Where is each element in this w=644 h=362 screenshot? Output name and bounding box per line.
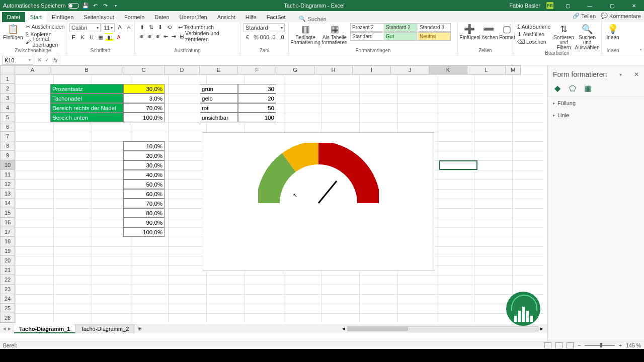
page-layout-view-icon[interactable] [555,342,562,348]
row-header[interactable]: 16 [0,218,15,227]
style-standard3[interactable]: Standard 3 [418,23,451,32]
cell-value[interactable]: 20 [238,94,276,103]
scrollbar-track[interactable] [347,326,538,331]
tab-ueberpruefen[interactable]: Überprüfen [175,12,212,22]
cell-label[interactable]: Bereich rechts der Nadel [50,103,123,113]
cell-value[interactable]: 10,0% [123,141,165,151]
tab-hilfe[interactable]: Hilfe [240,12,262,22]
row-header[interactable]: 19 [0,246,15,256]
row-header[interactable]: 4 [0,103,15,113]
row-header[interactable]: 8 [0,141,15,151]
col-header[interactable]: G [276,65,314,74]
cell-value[interactable]: 30,0% [123,160,165,170]
cut-button[interactable]: ✂Ausschneiden [25,23,65,30]
tab-scroll-last-icon[interactable]: ▸ [8,325,11,332]
tab-seitenlayout[interactable]: Seitenlayout [78,12,119,22]
col-header[interactable]: B [50,65,123,74]
cell-value[interactable]: 70,0% [123,199,165,208]
scroll-left-icon[interactable]: ◂ [342,325,345,332]
align-right-icon[interactable]: ≡ [154,32,161,40]
delete-cells-button[interactable]: ➖Löschen [480,23,497,40]
pane-dropdown-icon[interactable]: ▾ [619,72,622,77]
decrease-font-icon[interactable]: A [125,23,133,31]
search-box[interactable]: 🔍 Suchen [299,16,327,22]
col-header[interactable]: K [429,65,467,74]
col-header[interactable]: H [314,65,353,74]
col-header[interactable]: L [467,65,506,74]
row-header[interactable]: 21 [0,265,15,275]
paste-button[interactable]: 📋 Einfügen [3,23,23,40]
merge-button[interactable]: ⊞Verbinden und zentrieren [179,33,237,40]
col-header[interactable]: I [353,65,391,74]
undo-icon[interactable]: ↶ [92,2,99,9]
row-header[interactable]: 14 [0,199,15,208]
maximize-icon[interactable]: ▢ [604,0,620,11]
row-header[interactable]: 17 [0,227,15,237]
tab-einfuegen[interactable]: Einfügen [47,12,78,22]
style-prozent2[interactable]: Prozent 2 [350,23,383,32]
user-avatar[interactable]: FB [546,2,553,9]
cell-value[interactable]: 80,0% [123,208,165,218]
cell-value[interactable]: 100,0% [123,227,165,237]
row-header[interactable]: 9 [0,151,15,160]
cell-value[interactable]: 90,0% [123,218,165,227]
cell-value[interactable]: 30 [238,84,276,94]
sort-filter-button[interactable]: ⇅Sortieren und Filtern [553,23,574,50]
border-button[interactable]: ▦ [97,33,105,41]
user-name[interactable]: Fabio Basler [509,3,540,9]
cell-value[interactable]: 50 [238,103,276,113]
row-header[interactable]: 24 [0,294,15,304]
clear-button[interactable]: ⌫Löschen [516,38,551,45]
cell-label[interactable]: Prozentsatz [50,84,123,94]
cancel-formula-icon[interactable]: ✕ [37,57,42,63]
autosave-toggle[interactable]: Automatisches Speichern [3,3,79,9]
fill-line-tab-icon[interactable]: ◆ [553,83,562,93]
tab-datei[interactable]: Datei [2,12,25,22]
tab-start[interactable]: Start [25,12,47,22]
row-header[interactable]: 26 [0,313,15,323]
name-box[interactable]: K10▾ [2,56,33,65]
size-tab-icon[interactable]: ▦ [583,83,592,93]
cell-label[interactable]: unsichtbar [200,113,238,122]
font-color-button[interactable]: A [115,33,123,41]
toggle-switch[interactable] [68,3,79,9]
comma-icon[interactable]: 000 [261,33,269,41]
row-header[interactable]: 11 [0,170,15,179]
tab-scroll-first-icon[interactable]: ◂ [3,325,6,332]
section-line[interactable]: Linie [548,109,644,121]
ribbon-display-icon[interactable]: ▢ [559,0,576,11]
align-bottom-icon[interactable]: ⬇ [156,23,164,31]
row-header[interactable]: 22 [0,275,15,285]
row-header[interactable]: 10 [0,160,15,170]
row-header[interactable]: 2 [0,84,15,94]
insert-cells-button[interactable]: ➕Einfügen [461,23,478,40]
col-header[interactable]: D [165,65,200,74]
inc-decimal-icon[interactable]: .0 [269,33,277,41]
row-header[interactable]: 3 [0,94,15,103]
cell-label[interactable]: Tachonadel [50,94,123,103]
cell-label[interactable]: rot [200,103,238,113]
tab-formeln[interactable]: Formeln [119,12,149,22]
bold-button[interactable]: F [69,33,77,41]
worksheet[interactable]: A B C D E F G H I J K L M 12345678910111… [0,65,547,341]
tab-ansicht[interactable]: Ansicht [212,12,240,22]
tab-daten[interactable]: Daten [149,12,174,22]
fx-icon[interactable]: fx [53,57,58,63]
col-header[interactable]: M [506,65,521,74]
active-cell[interactable] [439,160,477,170]
share-button[interactable]: 🔗 Teilen [573,13,596,19]
page-break-view-icon[interactable] [567,342,574,348]
section-fill[interactable]: Füllung [548,97,644,109]
row-header[interactable]: 12 [0,179,15,189]
row-header[interactable]: 18 [0,237,15,246]
tab-factset[interactable]: FactSet [262,12,291,22]
cell-value[interactable]: 40,0% [123,170,165,179]
zoom-in-icon[interactable]: + [619,342,622,348]
col-header[interactable]: J [391,65,429,74]
font-size-dropdown[interactable]: 11▾ [102,23,115,32]
fill-color-button[interactable]: ◧ [106,33,114,41]
col-header[interactable]: C [123,65,165,74]
qat-more-icon[interactable]: ▾ [112,2,119,9]
align-middle-icon[interactable]: ⇅ [147,23,155,31]
style-neutral[interactable]: Neutral [418,32,451,41]
